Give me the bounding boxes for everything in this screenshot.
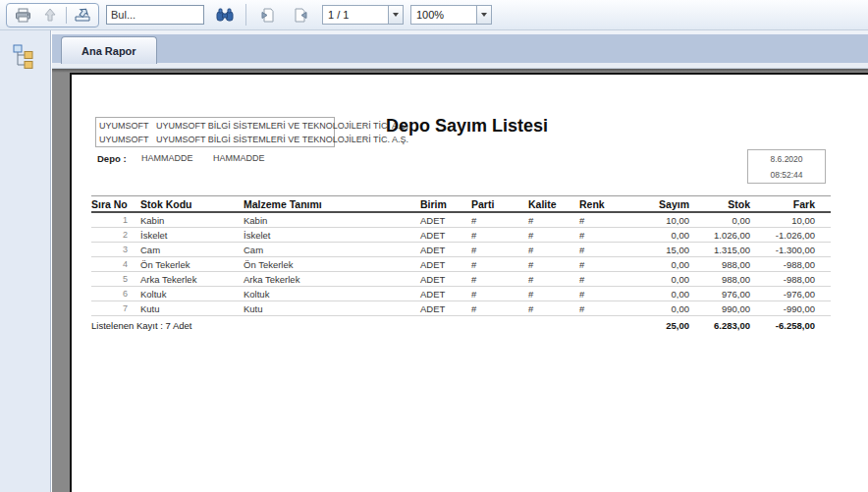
column-header: Malzeme Tanımı xyxy=(244,198,418,210)
table-row: 2İskeletİskeletADET###0,001.026,00-1.026… xyxy=(91,228,831,243)
table-totals-row: Listelenen Kayıt : 7 Adet 25,00 6.283,00… xyxy=(91,316,831,334)
binoculars-icon xyxy=(216,8,234,22)
table-cell: # xyxy=(524,230,575,241)
table-cell: # xyxy=(467,274,524,285)
table-cell: 10,00 xyxy=(766,215,831,226)
table-cell: ADET xyxy=(418,303,467,314)
table-cell: Ön Tekerlek xyxy=(244,259,418,270)
print-button[interactable] xyxy=(9,5,36,26)
group-tree-panel xyxy=(0,30,51,492)
table-cell: -988,00 xyxy=(766,259,831,270)
table-cell: # xyxy=(575,245,634,255)
company-code: UYUMSOFT xyxy=(99,119,156,133)
table-cell: ADET xyxy=(418,259,467,270)
table-cell: Koltuk xyxy=(140,289,244,300)
table-cell: 0,00 xyxy=(705,215,766,226)
table-row: 5Arka TekerlekArka TekerlekADET###0,0098… xyxy=(91,272,831,287)
report-table: Sıra No Stok Kodu Malzeme Tanımı Birim P… xyxy=(91,195,831,334)
toolbar: 1 / 1 100% xyxy=(0,0,868,30)
group-tree-icon xyxy=(13,44,34,70)
table-cell: 990,00 xyxy=(705,303,766,314)
refresh-button[interactable] xyxy=(36,5,64,26)
table-cell: Cam xyxy=(140,245,244,255)
column-header: Parti xyxy=(467,198,524,210)
table-cell: # xyxy=(467,303,524,314)
table-cell: 3 xyxy=(91,245,140,254)
table-cell: # xyxy=(467,245,524,255)
table-cell: # xyxy=(524,259,575,270)
table-row: 1KabinKabinADET###10,000,0010,00 xyxy=(91,213,831,228)
page-indicator[interactable]: 1 / 1 xyxy=(322,5,389,25)
table-cell: 5 xyxy=(91,274,140,284)
main-area: Ana Rapor UYUMSOFTUYUMSOFT BİLGİ SİSTEML… xyxy=(0,30,868,492)
table-cell: 988,00 xyxy=(705,259,766,270)
toolbar-separator xyxy=(66,7,67,24)
table-cell: Arka Tekerlek xyxy=(244,274,418,285)
table-cell: -976,00 xyxy=(766,289,831,300)
table-cell: 7 xyxy=(91,303,140,313)
table-cell: Arka Tekerlek xyxy=(140,274,244,285)
table-cell: # xyxy=(524,215,575,226)
next-page-button[interactable] xyxy=(288,5,315,26)
table-cell: 0,00 xyxy=(634,303,705,314)
column-header: Birim xyxy=(418,198,467,210)
column-header: Kalite xyxy=(524,198,575,210)
table-cell: ADET xyxy=(418,274,467,285)
report-page: UYUMSOFTUYUMSOFT BİLGİ SİSTEMLERİ VE TEK… xyxy=(70,73,868,492)
table-cell: İskelet xyxy=(244,230,418,241)
depo-label: Depo : xyxy=(97,153,141,164)
table-cell: # xyxy=(524,274,575,285)
date-time-box: 8.6.2020 08:52:44 xyxy=(747,149,826,184)
table-cell: 1.315,00 xyxy=(705,245,766,255)
report-time: 08:52:44 xyxy=(748,167,825,183)
report-title: Depo Sayım Listesi xyxy=(386,116,548,137)
chevron-down-icon xyxy=(481,13,487,17)
table-cell: 1.026,00 xyxy=(705,230,766,241)
table-cell: -988,00 xyxy=(766,274,831,285)
table-cell: # xyxy=(467,259,524,270)
table-cell: 0,00 xyxy=(634,259,705,270)
table-cell: ADET xyxy=(418,230,467,241)
chevron-down-icon xyxy=(393,13,399,17)
company-header-box: UYUMSOFTUYUMSOFT BİLGİ SİSTEMLERİ VE TEK… xyxy=(95,117,335,147)
find-input[interactable] xyxy=(106,5,204,25)
column-header: Stok xyxy=(705,198,766,210)
table-cell: # xyxy=(575,215,634,226)
depo-value-1: HAMMADDE xyxy=(141,153,213,164)
table-cell: # xyxy=(575,230,634,241)
table-cell: ADET xyxy=(418,215,467,226)
report-viewport: UYUMSOFTUYUMSOFT BİLGİ SİSTEMLERİ VE TEK… xyxy=(52,69,868,492)
table-cell: 976,00 xyxy=(705,289,766,300)
table-cell: 2 xyxy=(91,230,140,240)
depo-row: Depo : HAMMADDE HAMMADDE xyxy=(97,153,285,164)
up-arrow-icon xyxy=(43,8,57,23)
find-button[interactable] xyxy=(211,5,239,26)
group-tree-toggle-button[interactable] xyxy=(7,38,40,76)
table-row: 7KutuKutuADET###0,00990,00-990,00 xyxy=(91,301,831,316)
main-button-group xyxy=(6,3,99,27)
table-cell: ADET xyxy=(418,289,467,300)
table-cell: Kutu xyxy=(140,303,244,314)
zoom-dropdown-button[interactable] xyxy=(477,5,492,25)
table-cell: 10,00 xyxy=(634,215,705,226)
export-icon xyxy=(74,8,91,23)
previous-page-button[interactable] xyxy=(253,5,281,26)
toolbar-separator xyxy=(245,4,246,26)
page-dropdown-button[interactable] xyxy=(389,5,404,25)
table-cell: 988,00 xyxy=(705,274,766,285)
total-stok: 6.283,00 xyxy=(705,320,766,331)
table-cell: # xyxy=(575,303,634,314)
table-cell: Cam xyxy=(244,245,418,255)
table-cell: Koltuk xyxy=(244,289,418,300)
table-cell: 6 xyxy=(91,289,140,299)
table-cell: # xyxy=(575,274,634,285)
tab-ana-rapor[interactable]: Ana Rapor xyxy=(61,36,157,64)
export-button[interactable] xyxy=(69,5,96,26)
total-fark: -6.258,00 xyxy=(766,320,831,331)
previous-page-icon xyxy=(259,8,275,23)
table-cell: İskelet xyxy=(140,230,244,241)
table-cell: 0,00 xyxy=(634,230,705,241)
column-header: Fark xyxy=(766,198,831,210)
zoom-level-select[interactable]: 100% xyxy=(410,5,477,25)
column-header: Sayım xyxy=(634,198,705,210)
